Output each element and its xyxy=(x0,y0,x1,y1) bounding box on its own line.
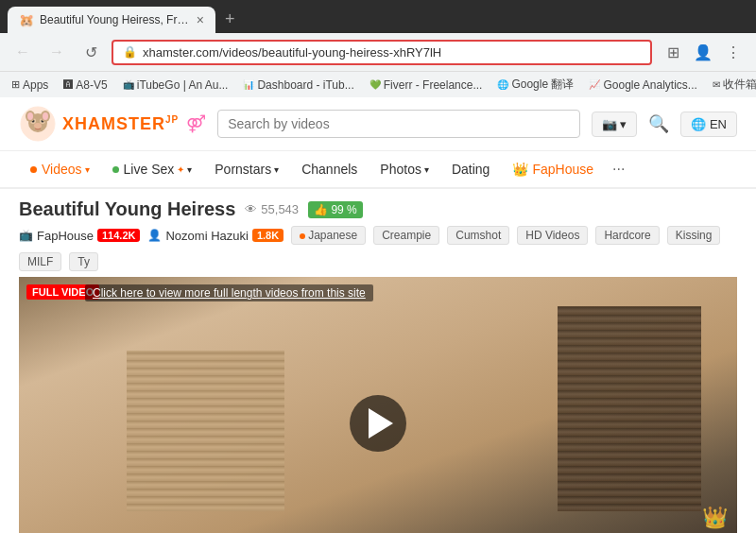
search-bar[interactable] xyxy=(217,110,579,138)
search-submit-button[interactable]: 🔍 xyxy=(644,110,673,138)
tab-favicon: 🐹 xyxy=(19,13,34,27)
tag-japanese[interactable]: Japanese xyxy=(291,226,366,245)
hamster-logo-icon xyxy=(19,105,57,143)
nav-dating[interactable]: Dating xyxy=(440,152,501,186)
itubego-favicon: 📺 xyxy=(123,79,134,90)
full-video-link[interactable]: Click here to view more full length vide… xyxy=(85,284,373,301)
nav-dating-label: Dating xyxy=(452,162,490,177)
view-count-value: 55,543 xyxy=(261,202,299,216)
nav-photos[interactable]: Photos ▾ xyxy=(369,152,440,186)
eye-icon: 👁 xyxy=(245,202,257,216)
bookmark-analytics-label: Google Analytics... xyxy=(603,78,696,92)
dashboard-favicon: 📊 xyxy=(243,79,254,90)
menu-button[interactable]: ⋮ xyxy=(720,39,747,65)
tab-bar: 🐹 Beautiful Young Heiress, Free... × + xyxy=(0,0,756,33)
bookmark-itubego-label: iTubeGo | An Au... xyxy=(137,78,229,92)
nav-videos[interactable]: Videos ▾ xyxy=(19,152,101,186)
site-nav: Videos ▾ Live Sex ✦ ▾ Pornstars ▾ Channe… xyxy=(0,151,756,189)
play-button-overlay[interactable] xyxy=(350,395,406,452)
nav-channels-label: Channels xyxy=(301,162,357,177)
tab-title: Beautiful Young Heiress, Free... xyxy=(40,13,191,26)
tag-hardcore[interactable]: Hardcore xyxy=(595,226,659,245)
profile-button[interactable]: 👤 xyxy=(690,39,716,65)
gender-icon: ⚤ xyxy=(186,113,206,134)
bookmark-apps[interactable]: ⊞ Apps xyxy=(8,77,52,94)
photos-arrow: ▾ xyxy=(424,164,429,175)
site-content: XHAMSTERJP ⚤ 📷 ▾ 🔍 🌐 EN Videos ▾ Live Se… xyxy=(0,97,756,533)
channel-name: FapHouse xyxy=(37,229,94,243)
nav-pornstars[interactable]: Pornstars ▾ xyxy=(203,152,290,186)
search-input[interactable] xyxy=(228,116,569,131)
svg-point-6 xyxy=(34,123,42,129)
active-tab[interactable]: 🐹 Beautiful Young Heiress, Free... × xyxy=(8,7,215,33)
like-pct: 99 % xyxy=(331,203,356,216)
bookmark-itubego[interactable]: 📺 iTubeGo | An Au... xyxy=(119,77,232,94)
logo-area: XHAMSTERJP ⚤ xyxy=(19,105,206,143)
nav-more-dots: ··· xyxy=(612,161,625,177)
camera-button[interactable]: 📷 ▾ xyxy=(592,112,638,137)
channel-info[interactable]: 📺 FapHouse 114.2K xyxy=(19,229,140,243)
bookmark-gmail[interactable]: ✉ 收件箱 (620) - che... xyxy=(709,75,756,95)
creator-info[interactable]: 👤 Nozomi Hazuki 1.8K xyxy=(147,229,284,243)
new-tab-button[interactable]: + xyxy=(217,6,243,33)
bookmark-fiverr[interactable]: 💚 Fiverr - Freelance... xyxy=(366,77,487,94)
forward-button[interactable]: → xyxy=(43,39,70,65)
video-title-row: Beautiful Young Heiress 👁 55,543 👍 99 % xyxy=(19,189,737,226)
address-text: xhamster.com/videos/beautiful-young-heir… xyxy=(143,45,641,60)
nav-more[interactable]: ··· xyxy=(605,151,632,187)
creator-sub-badge: 1.8K xyxy=(252,229,284,242)
video-player[interactable]: FULL VIDEO Click here to view more full … xyxy=(19,277,737,533)
gmail-favicon: ✉ xyxy=(713,79,720,90)
play-triangle-icon xyxy=(369,408,393,438)
translate-favicon: 🌐 xyxy=(497,79,508,90)
nav-videos-label: Videos xyxy=(42,162,82,177)
tag-kissing[interactable]: Kissing xyxy=(667,226,721,245)
nav-live-sex-label: Live Sex xyxy=(124,162,175,177)
nav-bar: ← → ↺ 🔒 xhamster.com/videos/beautiful-yo… xyxy=(0,33,756,71)
live-sex-arrow: ▾ xyxy=(187,164,192,175)
nav-faphouse-label: FapHouse xyxy=(532,162,593,177)
player-watermark: 👑 xyxy=(702,506,728,530)
nav-pornstars-label: Pornstars xyxy=(215,162,271,177)
nav-channels[interactable]: Channels xyxy=(290,152,369,186)
tag-milf[interactable]: MILF xyxy=(19,252,61,271)
nav-faphouse[interactable]: 👑 FapHouse xyxy=(501,152,605,186)
lock-icon: 🔒 xyxy=(123,45,137,59)
bookmark-translate-label: Google 翻译 xyxy=(511,77,574,93)
back-button[interactable]: ← xyxy=(9,39,36,65)
tag-ty[interactable]: Ty xyxy=(69,252,98,271)
creator-name: Nozomi Hazuki xyxy=(165,229,248,243)
extensions-button[interactable]: ⊞ xyxy=(660,39,686,65)
bookmark-a8-label: A8-V5 xyxy=(76,78,107,92)
apps-icon: ⊞ xyxy=(11,78,20,91)
tag-hd-videos[interactable]: HD Videos xyxy=(517,226,588,245)
address-bar[interactable]: 🔒 xhamster.com/videos/beautiful-young-he… xyxy=(112,40,652,65)
video-title: Beautiful Young Heiress xyxy=(19,198,235,220)
bookmarks-bar: ⊞ Apps 🅰 A8-V5 📺 iTubeGo | An Au... 📊 Da… xyxy=(0,71,756,97)
pixel-face-right xyxy=(558,306,701,511)
tab-close-button[interactable]: × xyxy=(197,12,204,27)
live-sex-dot xyxy=(112,166,119,173)
channel-icon: 📺 xyxy=(19,229,33,242)
videos-dot xyxy=(30,166,37,173)
channel-sub-badge: 114.2K xyxy=(97,229,140,242)
tag-cumshot[interactable]: Cumshot xyxy=(447,226,509,245)
bookmark-analytics[interactable]: 📈 Google Analytics... xyxy=(585,77,700,94)
thumbs-up-icon: 👍 xyxy=(314,203,328,216)
fiverr-favicon: 💚 xyxy=(369,79,381,90)
bookmark-fiverr-label: Fiverr - Freelance... xyxy=(384,78,483,92)
logo-name: XHAMSTER xyxy=(62,114,165,133)
nav-live-sex[interactable]: Live Sex ✦ ▾ xyxy=(101,152,204,186)
browser-actions: ⊞ 👤 ⋮ xyxy=(660,39,747,65)
refresh-button[interactable]: ↺ xyxy=(77,39,104,65)
region-button[interactable]: 🌐 EN xyxy=(680,112,737,137)
video-meta: 📺 FapHouse 114.2K 👤 Nozomi Hazuki 1.8K J… xyxy=(19,226,737,277)
bookmark-dashboard[interactable]: 📊 Dashboard - iTub... xyxy=(239,77,357,94)
video-background: 👑 xyxy=(19,277,737,533)
logo-jp: JP xyxy=(165,114,179,125)
tag-creampie[interactable]: Creampie xyxy=(373,226,439,245)
fap-icon: 👑 xyxy=(512,162,528,177)
bookmark-a8[interactable]: 🅰 A8-V5 xyxy=(60,77,111,94)
pixel-face-left xyxy=(127,351,284,512)
bookmark-google-translate[interactable]: 🌐 Google 翻译 xyxy=(493,75,577,95)
